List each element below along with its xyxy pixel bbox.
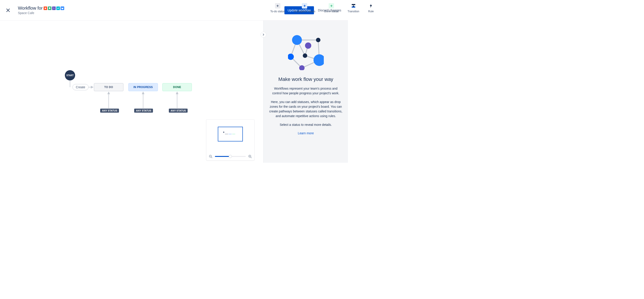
close-icon[interactable] [5,7,11,13]
svg-point-27 [314,54,324,66]
learn-more-link[interactable]: Learn more [298,131,314,135]
create-transition[interactable]: Create [72,84,88,90]
svg-line-11 [251,157,252,158]
svg-point-24 [305,42,311,49]
svg-rect-4 [62,7,63,8]
issue-type-icons [44,6,64,10]
status-done[interactable]: DONE [162,83,192,91]
add-todo-status-button[interactable]: + To-do status [270,3,285,13]
any-status-label[interactable]: ANY STATUS [134,109,153,113]
zoom-slider[interactable] [215,156,246,157]
project-subtitle: Space Cafe [18,11,64,15]
minimap [206,119,254,160]
side-panel: Make work flow your way Workflows repres… [264,20,348,163]
side-panel-heading: Make work flow your way [269,76,342,82]
svg-point-2 [45,7,46,9]
workflow-canvas[interactable]: START Create TO DO IN PROGRESS DONE ANY … [0,20,264,163]
svg-point-22 [292,35,302,45]
issuetype-bug-icon [44,6,47,10]
svg-point-23 [316,38,320,42]
svg-line-8 [211,157,212,158]
minimap-viewport[interactable] [206,120,254,154]
issuetype-task-icon [56,6,60,10]
zoom-in-button[interactable] [248,154,252,158]
workflow-illustration-icon [288,34,324,70]
any-status-label[interactable]: ANY STATUS [100,109,119,113]
collapse-panel-button[interactable] [260,32,266,37]
status-todo[interactable]: TO DO [94,83,124,91]
add-done-status-button[interactable]: + Done status [324,3,338,13]
plus-icon: + [329,3,334,8]
plus-icon: + [275,3,280,8]
zoom-out-button[interactable] [209,154,213,158]
plus-icon: + [302,3,307,8]
page-title: Workflow for [18,5,43,11]
start-node[interactable]: START [65,70,75,80]
svg-point-25 [303,53,307,58]
add-transition-button[interactable]: Transition [348,3,348,13]
issuetype-epic-icon [52,6,56,10]
issuetype-save-icon [60,6,64,10]
status-in-progress[interactable]: IN PROGRESS [128,83,158,91]
side-panel-p2: Here, you can add statuses, which appear… [269,100,342,118]
side-panel-p1: Workflows represent your team's process … [269,86,342,96]
add-inprogress-status-button[interactable]: + In-progress status [294,3,315,13]
any-status-label[interactable]: ANY STATUS [169,109,188,113]
issuetype-story-icon [48,6,52,10]
side-panel-p3: Select a status to reveal more details. [269,122,342,127]
